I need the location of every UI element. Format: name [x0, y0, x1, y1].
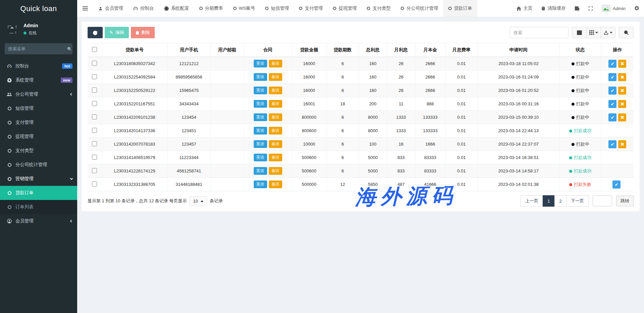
- confirm-payment-button[interactable]: ✔: [608, 100, 616, 108]
- contract-thai-button[interactable]: 泰语: [269, 167, 282, 175]
- contract-thai-button[interactable]: 泰语: [269, 60, 282, 67]
- confirm-payment-button[interactable]: ✔: [608, 73, 616, 81]
- table-search-input[interactable]: [510, 27, 568, 38]
- contract-thai-button[interactable]: 泰语: [269, 140, 282, 148]
- sidebar-item-payment-management[interactable]: 支付管理: [0, 115, 77, 129]
- sidebar-item-loan-orders[interactable]: 贷款订单: [0, 186, 77, 200]
- next-page-button[interactable]: 下一页: [566, 195, 589, 207]
- confirm-payment-button[interactable]: ✔: [608, 113, 616, 121]
- contract-thai-button[interactable]: 泰语: [269, 127, 282, 135]
- confirm-payment-button[interactable]: ✔: [612, 180, 621, 189]
- tab-loan-orders[interactable]: 贷款订单: [443, 0, 477, 17]
- tab-installment-rate[interactable]: 分期费率: [194, 0, 228, 17]
- cell-apply-time: 2023-03-14 02:01:38: [478, 178, 559, 191]
- contract-cell: 英语泰语: [244, 57, 292, 70]
- select-all-checkbox[interactable]: [92, 47, 97, 52]
- expand-icon: [588, 6, 593, 11]
- contract-english-button[interactable]: 英语: [254, 127, 267, 135]
- actions-cell: ✔✖: [601, 57, 634, 70]
- cancel-payment-button[interactable]: ✖: [618, 87, 626, 95]
- page-size-select[interactable]: 10: [189, 196, 207, 206]
- sidebar-item-sms-management[interactable]: 短信管理: [0, 101, 77, 115]
- cell-rate: 0.01: [445, 111, 478, 124]
- jump-page-input[interactable]: [593, 196, 612, 206]
- contract-thai-button[interactable]: 泰语: [269, 100, 282, 108]
- row-checkbox[interactable]: [92, 141, 97, 146]
- settings-button[interactable]: [630, 0, 644, 17]
- refresh-button[interactable]: [88, 27, 103, 38]
- row-checkbox[interactable]: [92, 101, 97, 106]
- row-checkbox[interactable]: [92, 114, 97, 119]
- contract-english-button[interactable]: 英语: [254, 73, 267, 81]
- sidebar-item-order-list[interactable]: 订单列表: [0, 200, 77, 214]
- tab-withdraw-management[interactable]: 提现管理: [328, 0, 362, 17]
- sidebar-item-branch-management[interactable]: 分公司管理: [0, 87, 77, 101]
- row-checkbox[interactable]: [92, 168, 97, 173]
- cancel-payment-button[interactable]: ✖: [618, 113, 626, 121]
- tab-member-management[interactable]: 会员管理: [93, 0, 128, 17]
- cell-month-interest: 1333: [387, 124, 415, 138]
- columns-button[interactable]: [586, 27, 601, 38]
- search-icon[interactable]: [67, 47, 71, 51]
- sidebar-item-console[interactable]: 控制台hot: [0, 59, 77, 73]
- tab-branch-stats[interactable]: 分公司统计管理: [396, 0, 443, 17]
- row-checkbox[interactable]: [92, 155, 97, 160]
- tab-console[interactable]: 控制台: [128, 0, 159, 17]
- tab-ws-account[interactable]: WS账号: [228, 0, 260, 17]
- page-button-1[interactable]: 1: [543, 195, 555, 207]
- sidebar-item-member-management[interactable]: 会员管理: [0, 214, 77, 228]
- tab-payment-type[interactable]: 支付类型: [362, 0, 396, 17]
- row-checkbox[interactable]: [92, 128, 97, 133]
- contract-thai-button[interactable]: 泰语: [269, 154, 282, 161]
- contract-english-button[interactable]: 英语: [254, 60, 267, 67]
- tab-sms-management[interactable]: 短信管理: [260, 0, 294, 17]
- contract-english-button[interactable]: 英语: [254, 113, 267, 121]
- cancel-payment-button[interactable]: ✖: [618, 73, 626, 81]
- contract-english-button[interactable]: 英语: [254, 154, 267, 161]
- admin-menu[interactable]: Admin: [597, 0, 630, 17]
- contract-thai-button[interactable]: 泰语: [269, 113, 282, 121]
- contract-english-button[interactable]: 英语: [254, 180, 267, 188]
- sidebar-item-marketing-management[interactable]: 营销管理: [0, 172, 77, 186]
- confirm-payment-button[interactable]: ✔: [608, 87, 616, 95]
- clear-cache-button[interactable]: 清除缓存: [537, 0, 570, 17]
- contract-english-button[interactable]: 英语: [254, 87, 267, 94]
- edit-button[interactable]: ✎ 编辑: [105, 27, 129, 38]
- confirm-payment-button[interactable]: ✔: [608, 60, 616, 68]
- contract-thai-button[interactable]: 泰语: [269, 180, 282, 188]
- fullscreen-button[interactable]: [584, 0, 597, 17]
- sidebar-item-withdraw-management[interactable]: 提现管理: [0, 129, 77, 144]
- language-button[interactable]: A: [570, 0, 584, 17]
- tab-system-config[interactable]: 系统配置: [159, 0, 194, 17]
- contract-thai-button[interactable]: 泰语: [269, 73, 282, 81]
- table-header-row: 贷款单号用户手机用户邮箱合同贷款金额贷款期数总利息月利息月本金月息费率申请时间状…: [88, 43, 634, 57]
- cell-email: [210, 111, 244, 124]
- tab-payment-management[interactable]: 支付管理: [294, 0, 328, 17]
- prev-page-button[interactable]: 上一页: [521, 195, 543, 207]
- home-button[interactable]: 主页: [512, 0, 537, 17]
- row-checkbox[interactable]: [92, 181, 97, 187]
- contract-english-button[interactable]: 英语: [254, 167, 267, 175]
- cancel-payment-button[interactable]: ✖: [618, 140, 626, 148]
- delete-button[interactable]: 删除: [131, 27, 155, 38]
- contract-thai-button[interactable]: 泰语: [269, 87, 282, 94]
- cancel-payment-button[interactable]: ✖: [618, 100, 626, 108]
- row-checkbox[interactable]: [92, 61, 97, 66]
- cancel-payment-button[interactable]: ✖: [618, 60, 626, 68]
- confirm-payment-button[interactable]: ✔: [608, 140, 616, 148]
- hamburger-menu-icon[interactable]: [77, 0, 93, 17]
- export-button[interactable]: [601, 27, 615, 38]
- contract-cell: 英语泰语: [244, 164, 292, 178]
- page-button-2[interactable]: 2: [554, 195, 566, 207]
- search-button[interactable]: [619, 27, 634, 38]
- sidebar-item-branch-stats[interactable]: 分公司统计管理: [0, 158, 77, 172]
- contract-english-button[interactable]: 英语: [254, 140, 267, 148]
- sidebar-item-payment-type[interactable]: 支付类型: [0, 144, 77, 158]
- sidebar-search-input[interactable]: [8, 46, 67, 51]
- sidebar-item-system-management[interactable]: 系统管理new: [0, 73, 77, 87]
- detail-view-button[interactable]: [572, 27, 587, 38]
- contract-english-button[interactable]: 英语: [254, 100, 267, 108]
- row-checkbox[interactable]: [92, 88, 97, 93]
- jump-button[interactable]: 跳转: [616, 196, 634, 206]
- row-checkbox[interactable]: [92, 74, 97, 79]
